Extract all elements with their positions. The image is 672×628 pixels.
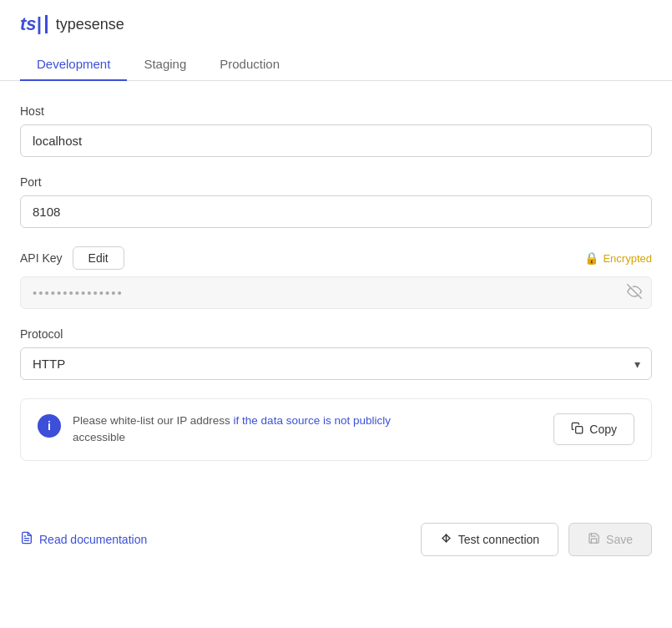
protocol-group: Protocol HTTP HTTPS ▾ <box>20 327 652 380</box>
api-key-group: API Key Edit 🔒 Encrypted <box>20 246 652 309</box>
form-container: Host Port API Key Edit 🔒 Encrypted <box>0 81 672 501</box>
copy-label: Copy <box>589 423 617 436</box>
info-text: Please white-list our IP address if the … <box>73 413 391 447</box>
protocol-select[interactable]: HTTP HTTPS <box>20 347 652 380</box>
read-docs-label: Read documentation <box>39 533 147 546</box>
port-input[interactable] <box>20 195 652 228</box>
eye-slash-icon[interactable] <box>627 284 642 302</box>
header: ts| typesense <box>0 0 672 33</box>
logo-icon: ts| <box>20 15 48 33</box>
save-icon <box>588 532 600 547</box>
ip-address-link[interactable]: if the data source is not publicly <box>234 414 391 427</box>
tab-development[interactable]: Development <box>20 48 127 81</box>
api-key-input[interactable] <box>20 276 652 309</box>
edit-button[interactable]: Edit <box>73 246 124 270</box>
api-key-input-wrapper <box>20 276 652 309</box>
info-banner: i Please white-list our IP address if th… <box>20 398 652 461</box>
lock-icon: 🔒 <box>584 251 599 265</box>
docs-icon <box>20 531 33 547</box>
info-left: i Please white-list our IP address if th… <box>38 413 391 447</box>
encrypted-label: Encrypted <box>603 252 652 265</box>
tab-production[interactable]: Production <box>203 48 296 81</box>
info-icon: i <box>38 414 61 438</box>
api-key-header: API Key Edit 🔒 Encrypted <box>20 246 652 270</box>
protocol-select-wrapper: HTTP HTTPS ▾ <box>20 347 652 380</box>
copy-button[interactable]: Copy <box>553 413 634 445</box>
api-key-label: API Key <box>20 251 63 265</box>
tabs-container: Development Staging Production <box>0 48 672 81</box>
host-input[interactable] <box>20 124 652 157</box>
app-title: typesense <box>56 16 124 33</box>
tab-staging[interactable]: Staging <box>127 48 203 81</box>
port-group: Port <box>20 175 652 228</box>
test-connection-label: Test connection <box>458 533 539 546</box>
copy-icon <box>571 422 584 437</box>
footer-right: Test connection Save <box>421 523 652 556</box>
arrows-icon <box>440 532 452 547</box>
footer: Read documentation Test connection <box>0 509 672 570</box>
encrypted-badge: 🔒 Encrypted <box>584 251 652 265</box>
protocol-label: Protocol <box>20 327 652 341</box>
test-connection-button[interactable]: Test connection <box>421 523 558 556</box>
save-button[interactable]: Save <box>568 523 652 556</box>
save-label: Save <box>606 533 633 546</box>
svg-rect-1 <box>576 427 583 433</box>
host-label: Host <box>20 104 652 118</box>
api-key-left: API Key Edit <box>20 246 124 270</box>
host-group: Host <box>20 104 652 157</box>
port-label: Port <box>20 175 652 189</box>
read-docs-link[interactable]: Read documentation <box>20 531 147 547</box>
